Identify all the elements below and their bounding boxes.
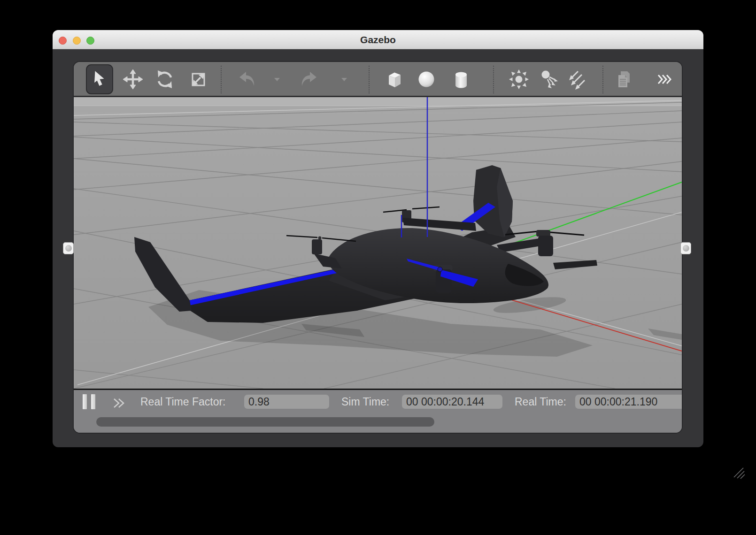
insert-box-button[interactable] bbox=[382, 67, 407, 92]
toolbar bbox=[74, 62, 682, 97]
pause-button[interactable] bbox=[83, 394, 97, 409]
directional-light-icon bbox=[566, 69, 587, 90]
splitter-grip-icon bbox=[65, 245, 72, 252]
scale-arrows-icon bbox=[187, 69, 209, 90]
toolbar-separator bbox=[221, 66, 222, 93]
horizontal-scrollbar-thumb[interactable] bbox=[96, 417, 434, 427]
right-splitter-handle[interactable] bbox=[680, 242, 691, 254]
window-resize-grip[interactable] bbox=[733, 467, 745, 481]
sphere-icon bbox=[416, 69, 437, 90]
caret-down-icon bbox=[341, 77, 347, 82]
redo-history-button[interactable] bbox=[339, 67, 349, 92]
real-time-value: 00 00:00:21.190 bbox=[575, 395, 682, 409]
rotate-arrows-icon bbox=[154, 69, 176, 90]
point-light-icon bbox=[508, 69, 530, 90]
main-panel: Real Time Factor: 0.98 Sim Time: 00 00:0… bbox=[74, 62, 682, 433]
toolbar-separator bbox=[369, 66, 370, 93]
real-time-label: Real Time: bbox=[515, 390, 566, 413]
move-arrows-icon bbox=[122, 69, 144, 90]
cube-icon bbox=[384, 69, 405, 90]
real-time-factor-value: 0.98 bbox=[244, 395, 329, 409]
simulation-statusbar: Real Time Factor: 0.98 Sim Time: 00 00:0… bbox=[74, 389, 682, 412]
horizontal-scrollbar-track[interactable] bbox=[74, 412, 682, 433]
insert-cylinder-button[interactable] bbox=[449, 67, 473, 92]
rotate-tool-button[interactable] bbox=[153, 67, 177, 92]
copy-button[interactable] bbox=[612, 67, 636, 92]
directional-light-button[interactable] bbox=[564, 67, 589, 92]
cursor-arrow-icon bbox=[90, 69, 109, 90]
toolbar-separator bbox=[602, 66, 603, 93]
insert-sphere-button[interactable] bbox=[414, 67, 439, 92]
render-viewport[interactable] bbox=[74, 97, 682, 389]
sim-time-label: Sim Time: bbox=[341, 390, 389, 413]
pause-icon bbox=[83, 394, 87, 409]
copy-icon bbox=[614, 69, 634, 90]
more-tools-button[interactable] bbox=[653, 67, 677, 92]
caret-down-icon bbox=[274, 77, 280, 82]
cylinder-icon bbox=[450, 69, 472, 90]
window-title: Gazebo bbox=[53, 30, 703, 49]
expand-controls-button[interactable] bbox=[112, 397, 127, 411]
toolbar-separator bbox=[493, 66, 494, 93]
spot-light-button[interactable] bbox=[537, 67, 562, 92]
spot-light-icon bbox=[539, 69, 560, 90]
redo-button[interactable] bbox=[297, 67, 321, 92]
sim-time-value: 00 00:00:20.144 bbox=[402, 395, 502, 409]
select-tool-button[interactable] bbox=[86, 64, 113, 94]
scene-canvas bbox=[74, 97, 682, 389]
undo-arrow-icon bbox=[236, 69, 258, 90]
real-time-factor-label: Real Time Factor: bbox=[140, 390, 226, 413]
undo-button[interactable] bbox=[235, 67, 259, 92]
horizon-band bbox=[74, 97, 682, 106]
pause-icon bbox=[91, 394, 95, 409]
splitter-grip-icon bbox=[683, 245, 689, 252]
scale-tool-button[interactable] bbox=[186, 67, 210, 92]
undo-history-button[interactable] bbox=[272, 67, 282, 92]
redo-arrow-icon bbox=[298, 69, 320, 90]
point-light-button[interactable] bbox=[507, 67, 531, 92]
gazebo-window: Gazebo bbox=[53, 30, 703, 447]
overflow-chevrons-icon bbox=[657, 74, 673, 85]
double-chevron-right-icon bbox=[112, 402, 127, 410]
translate-tool-button[interactable] bbox=[121, 67, 145, 92]
left-splitter-handle[interactable] bbox=[63, 242, 74, 254]
titlebar: Gazebo bbox=[53, 30, 703, 49]
